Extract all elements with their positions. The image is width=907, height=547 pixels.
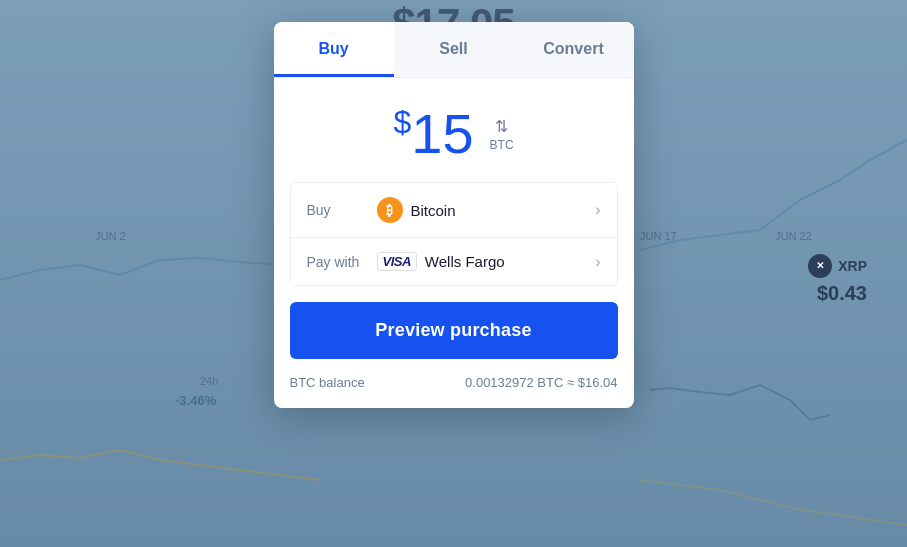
currency-toggle[interactable]: ⇅ BTC	[490, 117, 514, 152]
xrp-symbol: XRP	[838, 258, 867, 274]
balance-footer: BTC balance 0.00132972 BTC ≈ $16.04	[274, 375, 634, 408]
amount-area: $15 ⇅ BTC	[274, 78, 634, 182]
preview-purchase-button[interactable]: Preview purchase	[290, 302, 618, 359]
pay-option-row[interactable]: Pay with VISA Wells Fargo ›	[291, 238, 617, 285]
toggle-code: BTC	[490, 138, 514, 152]
buy-option-value: ₿ Bitcoin	[377, 197, 596, 223]
visa-icon: VISA	[377, 252, 417, 271]
xrp-price: $0.43	[808, 282, 867, 305]
balance-btc: 0.00132972 BTC	[465, 375, 563, 390]
toggle-arrows-icon: ⇅	[495, 117, 508, 136]
pay-option-label: Pay with	[307, 254, 377, 270]
trade-modal: Buy Sell Convert $15 ⇅ BTC Buy ₿ Bitcoin…	[274, 22, 634, 408]
balance-label: BTC balance	[290, 375, 365, 390]
tab-sell[interactable]: Sell	[394, 22, 514, 77]
pay-option-chevron-icon: ›	[595, 253, 600, 271]
amount-display: $15	[393, 106, 473, 162]
balance-value: 0.00132972 BTC ≈ $16.04	[465, 375, 617, 390]
buy-option-row[interactable]: Buy ₿ Bitcoin ›	[291, 183, 617, 238]
pay-option-value: VISA Wells Fargo	[377, 252, 596, 271]
currency-symbol: $	[393, 104, 411, 140]
buy-option-asset: Bitcoin	[411, 202, 456, 219]
btc-icon: ₿	[377, 197, 403, 223]
options-box: Buy ₿ Bitcoin › Pay with VISA Wells Farg…	[290, 182, 618, 286]
tab-convert[interactable]: Convert	[514, 22, 634, 77]
amount-value: 15	[411, 102, 473, 165]
xrp-icon: ✕	[808, 254, 832, 278]
tab-buy[interactable]: Buy	[274, 22, 394, 77]
balance-usd: ≈ $16.04	[567, 375, 618, 390]
buy-option-label: Buy	[307, 202, 377, 218]
tab-bar: Buy Sell Convert	[274, 22, 634, 78]
xrp-widget: ✕ XRP $0.43	[808, 254, 867, 305]
pay-option-bank: Wells Fargo	[425, 253, 505, 270]
buy-option-chevron-icon: ›	[595, 201, 600, 219]
